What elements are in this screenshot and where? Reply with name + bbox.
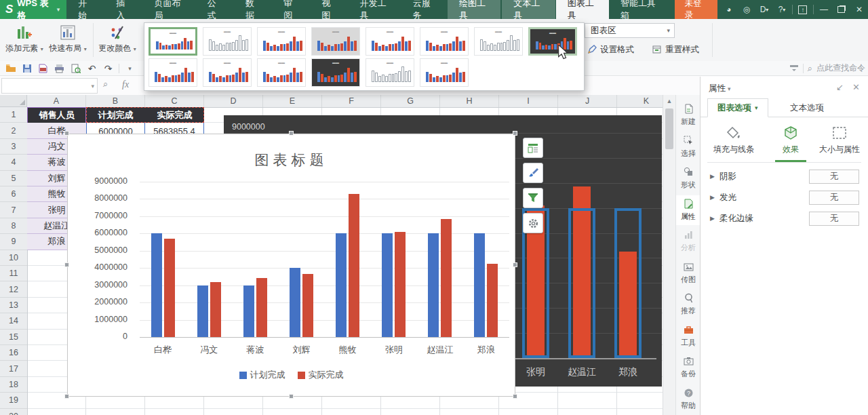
sidebar-item-帮助[interactable]: ?帮助 — [676, 384, 701, 414]
row-header-13[interactable]: 13 — [0, 298, 27, 313]
row-header-14[interactable]: 14 — [0, 313, 27, 329]
chart-title[interactable]: 图表标题 — [68, 151, 515, 170]
sidebar-item-传图[interactable]: 传图 — [676, 258, 701, 288]
skin-icon[interactable]: ◕ — [720, 0, 738, 19]
menu-页面布局[interactable]: 页面布局 — [143, 0, 196, 19]
row-header-5[interactable]: 5 — [0, 171, 27, 186]
chart-resize-handle[interactable] — [289, 394, 294, 399]
bar-计划完成-冯文[interactable] — [197, 285, 208, 337]
expand-arrow-icon[interactable]: ▶ — [710, 215, 715, 222]
bar-计划完成-张明[interactable] — [382, 233, 393, 337]
dark-bar-plan-outline-郑浪[interactable] — [614, 208, 642, 358]
header-cell-计划完成[interactable]: 计划完成 — [86, 107, 145, 123]
sidebar-item-选择[interactable]: 选择 — [676, 132, 701, 162]
chart-resize-handle[interactable] — [64, 262, 69, 267]
menu-图表工具[interactable]: 图表工具 — [556, 0, 609, 19]
expand-arrow-icon[interactable]: ▶ — [710, 194, 715, 201]
fill-line-tab[interactable]: 填充与线条 — [709, 125, 759, 155]
menu-智能工具箱[interactable]: 智能工具箱 — [609, 0, 669, 19]
toolbar-options-chevron-icon[interactable]: ▾ — [123, 62, 137, 75]
chart-settings-button[interactable] — [523, 213, 543, 233]
bar-实际完成-熊牧[interactable] — [349, 194, 359, 337]
gallery-chart-style-13[interactable]: ▬▬ — [366, 58, 414, 87]
change-colors-button[interactable]: 更改颜色 ▾ — [96, 22, 138, 58]
bar-计划完成-郑浪[interactable] — [474, 233, 485, 337]
scrollbar-thumb[interactable] — [665, 108, 673, 149]
legend-item-计划完成[interactable]: 计划完成 — [239, 369, 285, 381]
sidebar-item-工具[interactable]: 工具 — [676, 321, 701, 351]
sidebar-item-分析[interactable]: 分析 — [676, 226, 701, 256]
gallery-chart-style-4[interactable]: ▬▬ — [311, 27, 360, 56]
set-format-button[interactable]: 设置格式 — [587, 42, 634, 57]
chart-resize-handle[interactable] — [513, 131, 517, 136]
chart-legend[interactable]: 计划完成实际完成 — [68, 369, 515, 381]
column-header-C[interactable]: C — [145, 95, 204, 107]
find-command-box[interactable]: ⌕ 点此查找命令 — [789, 62, 865, 74]
row-header-4[interactable]: 4 — [0, 155, 27, 170]
bar-计划完成-赵温江[interactable] — [428, 233, 439, 337]
column-header-J[interactable]: J — [558, 95, 617, 107]
close-button[interactable]: ✕ — [850, 0, 868, 19]
row-header-12[interactable]: 12 — [0, 281, 27, 297]
wps-logo[interactable]: S WPS 表格 ▾ — [0, 0, 66, 19]
row-header-11[interactable]: 11 — [0, 266, 27, 281]
column-header-G[interactable]: G — [381, 95, 440, 107]
help-menu-button[interactable]: ?▾ — [773, 0, 791, 19]
row-header-8[interactable]: 8 — [0, 218, 27, 234]
chart-resize-handle[interactable] — [513, 262, 517, 267]
row-header-18[interactable]: 18 — [0, 377, 27, 393]
size-properties-tab[interactable]: 大小与属性 — [814, 125, 865, 155]
row-header-9[interactable]: 9 — [0, 234, 27, 250]
chart-element-selector[interactable]: 图表区▾ — [585, 23, 675, 38]
row-header-16[interactable]: 16 — [0, 345, 27, 361]
bar-实际完成-蒋波[interactable] — [256, 278, 267, 337]
column-header-D[interactable]: D — [204, 95, 263, 107]
column-headers[interactable]: ABCDEFGHIJK — [0, 95, 663, 108]
shadow-value-button[interactable]: 无 — [809, 170, 859, 184]
sidebar-item-形状[interactable]: 形状 — [676, 163, 701, 193]
sidebar-item-备份[interactable]: 备份 — [676, 353, 701, 382]
undo-icon[interactable]: ↶ — [85, 62, 99, 75]
select-all-corner[interactable] — [0, 95, 27, 107]
chart-filter-button[interactable] — [523, 188, 543, 208]
chart-resize-handle[interactable] — [64, 131, 69, 136]
sidebar-item-属性[interactable]: 属性 — [676, 195, 701, 225]
column-header-H[interactable]: H — [440, 95, 499, 107]
chart-resize-handle[interactable] — [513, 394, 517, 399]
legend-item-实际完成[interactable]: 实际完成 — [298, 369, 344, 381]
row-header-2[interactable]: 2 — [0, 123, 27, 138]
bar-计划完成-刘辉[interactable] — [290, 268, 300, 337]
bar-实际完成-白桦[interactable] — [164, 239, 175, 337]
bar-计划完成-白桦[interactable] — [151, 233, 162, 337]
gallery-chart-style-8[interactable]: ▬▬ — [528, 27, 577, 56]
menu-绘图工具[interactable]: 绘图工具 — [448, 0, 500, 19]
glow-value-button[interactable]: 无 — [809, 191, 859, 205]
bar-计划完成-蒋波[interactable] — [243, 285, 254, 337]
gallery-chart-style-12[interactable]: ▬▬ — [311, 58, 360, 87]
menu-开始[interactable]: 开始 — [66, 0, 104, 19]
tab-text-options[interactable]: 文本选项 — [781, 98, 833, 117]
add-element-button[interactable]: 添加元素 ▾ — [3, 22, 45, 58]
gallery-chart-style-14[interactable]: ▬▬ — [420, 58, 469, 87]
gallery-chart-style-10[interactable]: ▬▬ — [203, 58, 252, 87]
tab-chart-options[interactable]: 图表选项▾ — [707, 98, 768, 117]
row-header-10[interactable]: 10 — [0, 250, 27, 266]
gallery-chart-style-7[interactable]: ▬▬ — [474, 27, 523, 56]
scroll-up-arrow-icon[interactable]: ▲ — [665, 96, 674, 106]
gallery-chart-style-2[interactable]: ▬▬ — [203, 27, 252, 56]
effects-tab[interactable]: 效果 — [766, 125, 816, 162]
menu-公式[interactable]: 公式 — [196, 0, 234, 19]
row-header-1[interactable]: 1 — [0, 107, 27, 123]
panel-close-icon[interactable]: ✕ — [852, 82, 860, 92]
print-preview-icon[interactable] — [68, 62, 83, 75]
menu-云服务[interactable]: 云服务 — [401, 0, 447, 19]
bar-计划完成-熊牧[interactable] — [336, 233, 347, 337]
sync-icon[interactable]: ◎ — [738, 0, 755, 19]
quick-layout-button[interactable]: 快速布局 ▾ — [47, 22, 89, 58]
row-header-7[interactable]: 7 — [0, 202, 27, 218]
chart-preview[interactable]: 图表标题 01000000200000030000004000000500000… — [67, 134, 515, 397]
dark-bar-plan-outline-赵温江[interactable] — [568, 208, 595, 358]
gallery-chart-style-5[interactable]: ▬▬ — [366, 27, 414, 56]
row-header-6[interactable]: 6 — [0, 186, 27, 202]
menu-插入[interactable]: 插入 — [104, 0, 142, 19]
